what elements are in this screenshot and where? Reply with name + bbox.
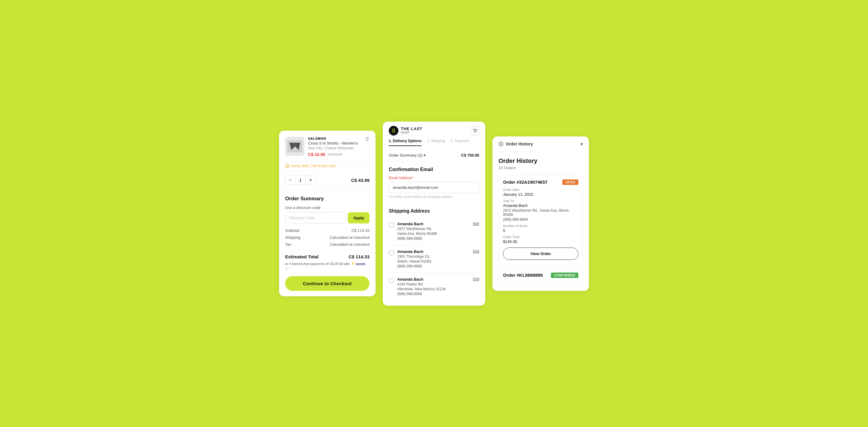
history-count: 10 Orders	[498, 166, 583, 170]
address-line2-3: Allentown, New Mexico 31134	[397, 287, 470, 291]
order-card-2-header: Order #KL8888888 CONFIRMED	[503, 272, 578, 278]
history-header[interactable]: Order History ▾	[493, 136, 589, 152]
history-title: Order History	[498, 158, 583, 164]
shipping-label: Shipping	[285, 235, 301, 240]
sezzle-lightning-icon: ⚡	[351, 262, 355, 266]
email-input[interactable]	[389, 182, 479, 193]
order-summary-chevron-icon: ▾	[424, 153, 426, 158]
items-value: 5	[503, 228, 578, 233]
product-brand: SALOMON	[308, 137, 361, 140]
checkout-header: THE LAST HUNT	[383, 122, 485, 136]
decrease-qty-button[interactable]: −	[285, 175, 295, 185]
order-summary-bar-label: Order Summary (2) ▾	[389, 153, 426, 158]
subtotal-row: Subtotal C$ 114.33	[285, 228, 370, 233]
brand-logo: THE LAST HUNT	[389, 126, 423, 135]
brand-icon	[389, 126, 398, 135]
order-summary-section: Order Summary Use a discount code Apply …	[279, 190, 375, 296]
address-phone-1: (888) 888-8888	[397, 236, 470, 240]
sezzle-info-icon[interactable]: ⓘ	[285, 267, 288, 271]
edit-address-2-link[interactable]: Edit	[473, 249, 479, 254]
discount-input[interactable]	[285, 212, 345, 224]
address-radio-1[interactable]	[389, 222, 394, 228]
discount-label: Use a discount code	[285, 205, 370, 210]
svg-point-4	[393, 129, 395, 131]
sezzle-brand-name: sezzle	[355, 262, 365, 266]
edit-address-3-link[interactable]: Edit	[473, 277, 479, 281]
shipping-row: Shipping Calculated at checkout	[285, 235, 370, 240]
item-total-price: C$ 43.99	[351, 178, 370, 183]
delete-item-button[interactable]	[365, 137, 370, 143]
confirmation-section-title: Confirmation Email	[389, 167, 479, 172]
quantity-stepper[interactable]: − 1 +	[285, 175, 316, 185]
sezzle-row: or 4 interest-free payments of C$ 28.58 …	[285, 262, 370, 271]
sezzle-text: or 4 interest-free payments of C$ 28.58 …	[285, 262, 350, 266]
history-chevron-icon: ▾	[581, 141, 583, 147]
order-summary-bar-amount: C$ 750.00	[461, 153, 479, 158]
cart-card: SALOMON Cross 5 In Shorts - Women's Size…	[279, 131, 375, 296]
subtotal-label: Subtotal	[285, 228, 300, 233]
email-field-label: Email Address*	[389, 176, 479, 180]
order-badge-1: OPEN	[562, 179, 578, 185]
order-number-1: Order #32A19074657	[503, 179, 548, 185]
ship-address: 2972 Westheimer Rd., Santa Ana, Illinois…	[503, 208, 578, 217]
order-summary-bar[interactable]: Order Summary (2) ▾ C$ 750.00	[383, 150, 485, 161]
email-hint: For order confirmations & shipping updat…	[389, 195, 479, 198]
order-summary-bar-text: Order Summary (2)	[389, 153, 423, 158]
apply-discount-button[interactable]: Apply	[348, 212, 370, 224]
checkout-button[interactable]: Continue to Checkout	[285, 276, 370, 291]
product-image	[285, 137, 304, 156]
address-info-1: Amanda Bach 2972 Westheimer Rd. Santa An…	[397, 222, 470, 240]
brand-sub: HUNT	[401, 131, 423, 134]
step-delivery-options[interactable]: 1. Delivery Options	[389, 139, 422, 146]
view-order-button[interactable]: View Order	[503, 248, 578, 260]
step-shipping[interactable]: 2. Shipping	[427, 139, 445, 146]
history-header-left: Order History	[498, 141, 533, 146]
product-variant: Size XXL / Colour Periscope	[308, 146, 361, 150]
estimated-total-value: C$ 114.33	[349, 254, 370, 259]
order-card-1: Order #32A19074657 OPEN Order Date Janua…	[498, 175, 583, 264]
price-sale: C$ 43.99	[308, 152, 325, 157]
estimated-total-label: Estimated Total	[285, 254, 318, 259]
address-option-3: Amanda Bach 4140 Parker Rd. Allentown, N…	[389, 273, 479, 300]
cart-item: SALOMON Cross 5 In Shorts - Women's Size…	[279, 131, 375, 162]
checkout-steps: 1. Delivery Options 2. Shipping 3. Payme…	[383, 136, 485, 150]
address-option-2: Amanda Bach 1901 Thornridge Cir. Shiloh,…	[389, 245, 479, 273]
product-name: Cross 5 In Shorts - Women's	[308, 141, 361, 145]
address-line1-1: 2972 Westheimer Rd.	[397, 227, 470, 231]
discount-row: Apply	[285, 212, 370, 224]
tax-label: Tax	[285, 242, 291, 247]
order-history-card: Order History ▾ Order History 10 Orders …	[493, 136, 589, 291]
order-badge-2: CONFIRMED	[551, 272, 578, 278]
step-payment[interactable]: 3. Payment	[451, 139, 469, 146]
ship-name: Amanda Bach	[503, 203, 578, 208]
total-value: $145.00	[503, 239, 578, 244]
warning-text: Hurry, only 1 left in this size!	[291, 164, 336, 168]
increase-qty-button[interactable]: +	[306, 175, 315, 185]
svg-point-5	[474, 132, 475, 132]
history-header-label: Order History	[506, 141, 533, 146]
svg-point-3	[287, 167, 287, 167]
address-radio-2[interactable]	[389, 250, 394, 255]
tax-row: Tax Calculated at checkout	[285, 242, 370, 247]
address-name-2: Amanda Bach	[397, 249, 470, 254]
address-info-2: Amanda Bach 1901 Thornridge Cir. Shiloh,…	[397, 249, 470, 268]
address-name-3: Amanda Bach	[397, 277, 470, 282]
header-cart-icon[interactable]	[471, 127, 479, 135]
address-line1-3: 4140 Parker Rd.	[397, 282, 470, 286]
quantity-row: − 1 + C$ 43.99	[279, 171, 375, 190]
stock-warning: Hurry, only 1 left in this size!	[279, 162, 375, 171]
checkout-card: THE LAST HUNT 1. Delivery Options 2. Shi…	[383, 122, 485, 306]
address-phone-2: (888) 888-8888	[397, 264, 470, 268]
order-number-2: Order #KL8888888	[503, 272, 543, 277]
ship-to-label: Ship To	[503, 199, 578, 203]
order-date-value: January 11, 2022	[503, 192, 578, 197]
address-radio-3[interactable]	[389, 277, 394, 283]
product-prices: C$ 43.99 C$ 54.99	[308, 152, 361, 157]
tax-value: Calculated at checkout	[330, 242, 370, 247]
checkout-content: Confirmation Email Email Address* For or…	[383, 161, 485, 306]
order-summary-title: Order Summary	[285, 196, 370, 202]
edit-address-1-link[interactable]: Edit	[473, 222, 479, 226]
subtotal-value: C$ 114.33	[351, 228, 370, 233]
address-phone-3: (888) 888-8888	[397, 292, 470, 296]
address-info-3: Amanda Bach 4140 Parker Rd. Allentown, N…	[397, 277, 470, 296]
